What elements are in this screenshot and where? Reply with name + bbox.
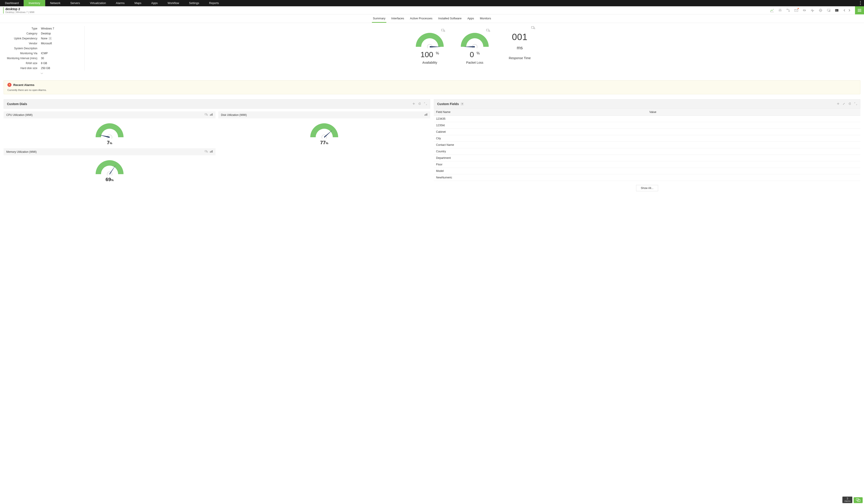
svg-rect-49 [205, 151, 207, 152]
svg-rect-36 [205, 113, 207, 115]
add-dial-button[interactable] [412, 102, 415, 106]
tab-installed-software[interactable]: Installed Software [437, 14, 463, 23]
details-value: 30 [41, 57, 44, 60]
svg-rect-31 [531, 26, 534, 28]
table-row[interactable]: Country [434, 148, 861, 155]
custom-fields-table: Field Name Value 123435123SktCabinetCity… [434, 109, 861, 181]
nav-settings[interactable]: Settings [184, 0, 204, 6]
dial-chart-icon[interactable] [424, 113, 428, 117]
nav-alarms[interactable]: Alarms [111, 0, 130, 6]
svg-line-5 [781, 9, 782, 10]
table-row[interactable]: NewNumeric [434, 175, 861, 181]
table-row[interactable]: Floor [434, 161, 861, 168]
notification-dot-icon [797, 8, 799, 9]
nav-workflow[interactable]: Workflow [163, 0, 184, 6]
link-icon[interactable] [802, 8, 806, 12]
dial-chart-icon[interactable] [210, 150, 213, 154]
gauge-detail-icon[interactable] [441, 29, 445, 33]
field-name-header: Field Name [434, 109, 647, 116]
more-menu-button[interactable] [859, 0, 862, 6]
nav-servers[interactable]: Servers [65, 0, 85, 6]
nav-apps[interactable]: Apps [146, 0, 163, 6]
next-arrow-icon[interactable] [848, 9, 851, 12]
nav-maps[interactable]: Maps [130, 0, 146, 6]
nav-reports[interactable]: Reports [204, 0, 224, 6]
field-value-cell [647, 135, 861, 142]
availability-gauge: 100 % Availability [411, 30, 449, 71]
refresh-dials-button[interactable] [418, 102, 421, 106]
gauge-detail-icon[interactable] [531, 26, 535, 30]
chart-icon[interactable] [770, 8, 774, 12]
nav-network[interactable]: Network [45, 0, 65, 6]
svg-rect-6 [787, 9, 788, 10]
field-name-cell: Cabinet [434, 129, 647, 135]
table-row[interactable]: City [434, 135, 861, 142]
dial-card: Memory Utilization (WMI)69% [3, 148, 216, 182]
availability-value: 100 [421, 50, 433, 59]
details-row: Monitoring Interval (mins)30 [5, 56, 81, 61]
tab-interfaces[interactable]: Interfaces [391, 14, 405, 23]
expand-fields-button[interactable] [854, 102, 857, 106]
gauge-detail-icon[interactable] [486, 29, 490, 33]
terminal-icon[interactable] [835, 8, 839, 12]
edit-fields-button[interactable] [843, 102, 845, 106]
field-value-cell [647, 122, 861, 129]
nav-virtualization[interactable]: Virtualization [85, 0, 111, 6]
field-name-cell: Country [434, 148, 647, 155]
field-name-cell: 123Skt [434, 122, 647, 129]
table-row[interactable]: Contact Name [434, 142, 861, 148]
dial-value: 69 [106, 177, 111, 182]
prev-arrow-icon[interactable] [843, 9, 846, 12]
svg-rect-16 [835, 9, 838, 11]
availability-label: Availability [411, 61, 449, 64]
nav-inventory[interactable]: Inventory [24, 0, 45, 6]
hamburger-menu-button[interactable] [855, 6, 864, 14]
table-row[interactable]: Model [434, 168, 861, 175]
svg-line-33 [535, 29, 535, 29]
dial-chart-icon[interactable] [210, 113, 213, 117]
refresh-fields-button[interactable] [849, 102, 851, 106]
help-button[interactable]: ? [460, 103, 464, 106]
tab-active-processes[interactable]: Active Processes [409, 14, 433, 23]
mail-icon[interactable] [794, 8, 798, 12]
details-label: Category [5, 32, 41, 35]
tab-monitors[interactable]: Monitors [479, 14, 492, 23]
table-row[interactable]: 123435 [434, 116, 861, 122]
expand-details-button[interactable] [40, 72, 44, 75]
svg-line-51 [207, 152, 208, 153]
dial-unit: % [110, 142, 112, 145]
field-value-cell [647, 175, 861, 181]
dial-card: CPU Utilization (WMI)7% [3, 111, 216, 146]
table-row[interactable]: Department [434, 155, 861, 161]
tab-summary[interactable]: Summary [372, 14, 386, 23]
table-row[interactable]: Cabinet [434, 129, 861, 135]
recent-alarms-panel: Recent Alarms Currently there are no ope… [3, 80, 861, 94]
svg-rect-52 [210, 152, 211, 153]
field-value-cell [647, 129, 861, 135]
help-button[interactable]: ? [49, 37, 52, 40]
svg-rect-21 [442, 29, 444, 31]
dial-detail-icon[interactable] [205, 150, 208, 154]
show-all-button[interactable]: Show All... [636, 185, 658, 191]
tab-apps[interactable]: Apps [466, 14, 475, 23]
details-value: None? [41, 37, 52, 40]
alert-icon[interactable] [778, 8, 782, 12]
details-row: CategoryDesktop [5, 31, 81, 36]
monitor-off-icon[interactable] [827, 8, 831, 12]
alarm-bell-icon [8, 83, 11, 87]
dial-unit: % [326, 142, 328, 145]
svg-rect-40 [211, 114, 212, 116]
dial-detail-icon[interactable] [205, 113, 208, 117]
svg-rect-53 [211, 151, 212, 153]
custom-fields-panel: Custom Fields ? Field Name Value 1234351… [434, 99, 861, 191]
add-field-button[interactable] [837, 102, 839, 106]
table-row[interactable]: 123Skt [434, 122, 861, 129]
network-icon[interactable] [786, 8, 790, 12]
globe-icon[interactable] [818, 8, 823, 12]
svg-point-0 [860, 1, 861, 2]
pulse-icon[interactable] [811, 8, 815, 12]
nav-dashboard[interactable]: Dashboard [0, 0, 24, 6]
details-value: Windows 7 [41, 27, 54, 30]
field-name-cell: City [434, 135, 647, 142]
expand-dials-button[interactable] [424, 102, 427, 106]
